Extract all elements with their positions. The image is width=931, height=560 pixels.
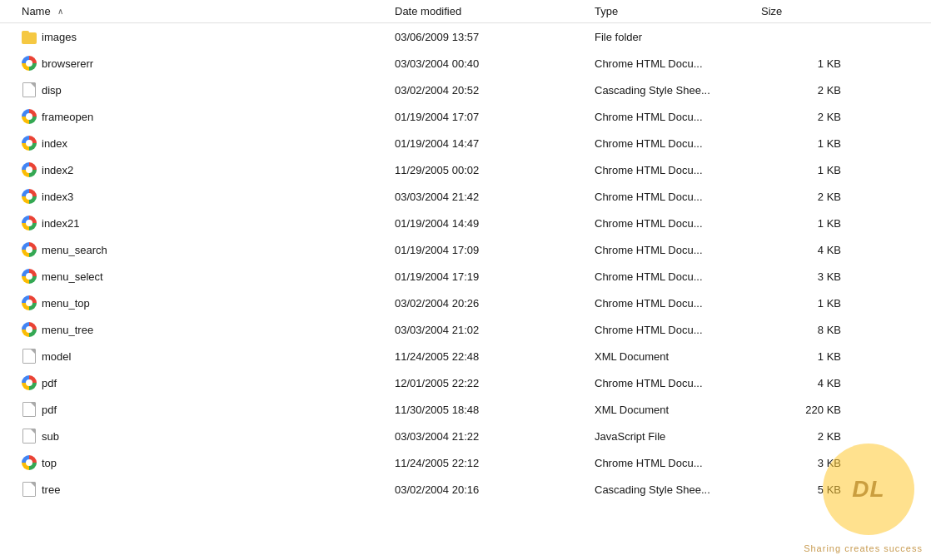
file-size-cell: 1 KB [758, 57, 858, 70]
col-name-header[interactable]: Name ∧ [0, 5, 391, 17]
file-type-cell: JavaScript File [591, 430, 758, 443]
chrome-icon [22, 455, 37, 470]
table-row[interactable]: frameopen 01/19/2004 17:07 Chrome HTML D… [0, 103, 931, 130]
file-type-cell: File folder [591, 31, 758, 43]
chrome-icon [22, 322, 37, 337]
file-name-cell: menu_tree [0, 322, 391, 337]
file-date-cell: 03/02/2004 20:52 [391, 84, 591, 97]
file-name-cell: disp [0, 82, 391, 97]
table-row[interactable]: menu_top 03/02/2004 20:26 Chrome HTML Do… [0, 290, 931, 316]
chrome-icon [22, 109, 37, 124]
file-name-cell: index2 [0, 162, 391, 177]
file-name: index [42, 137, 67, 150]
file-type-cell: Chrome HTML Docu... [591, 244, 758, 256]
file-name-cell: tree [0, 482, 391, 497]
file-date-cell: 03/03/2004 00:40 [391, 57, 591, 70]
file-name-cell: menu_top [0, 295, 391, 310]
file-size-cell: 1 KB [758, 350, 858, 363]
xml-icon [22, 349, 37, 364]
file-name: model [42, 350, 71, 363]
col-type-header[interactable]: Type [591, 5, 758, 17]
file-date-cell: 01/19/2004 17:09 [391, 244, 591, 256]
file-type-cell: Chrome HTML Docu... [591, 57, 758, 70]
file-date-cell: 03/02/2004 20:16 [391, 483, 591, 496]
col-size-label: Size [761, 5, 782, 17]
col-date-label: Date modified [395, 5, 461, 17]
table-row[interactable]: menu_select 01/19/2004 17:19 Chrome HTML… [0, 263, 931, 290]
file-size-cell: 2 KB [758, 430, 858, 443]
file-name: sub [42, 430, 59, 443]
file-date-cell: 12/01/2005 22:22 [391, 377, 591, 389]
file-name: images [42, 31, 77, 43]
table-row[interactable]: index3 03/03/2004 21:42 Chrome HTML Docu… [0, 183, 931, 210]
file-date-cell: 01/19/2004 14:49 [391, 217, 591, 230]
table-row[interactable]: index21 01/19/2004 14:49 Chrome HTML Doc… [0, 210, 931, 236]
file-type-cell: Chrome HTML Docu... [591, 377, 758, 389]
file-type-cell: Cascading Style Shee... [591, 84, 758, 97]
file-name-cell: index [0, 136, 391, 151]
col-size-header[interactable]: Size [758, 5, 858, 17]
file-type-cell: Chrome HTML Docu... [591, 217, 758, 230]
file-size-cell: 220 KB [758, 404, 858, 416]
file-date-cell: 01/19/2004 14:47 [391, 137, 591, 150]
chrome-icon [22, 375, 37, 390]
file-name: top [42, 457, 57, 469]
table-row[interactable]: index2 11/29/2005 00:02 Chrome HTML Docu… [0, 156, 931, 183]
file-name: pdf [42, 404, 57, 416]
file-name: browsererr [42, 57, 93, 70]
file-name-cell: pdf [0, 402, 391, 417]
file-date-cell: 11/24/2005 22:12 [391, 457, 591, 469]
css-icon [22, 82, 37, 97]
file-size-cell: 1 KB [758, 297, 858, 310]
file-name-cell: top [0, 455, 391, 470]
table-row[interactable]: index 01/19/2004 14:47 Chrome HTML Docu.… [0, 130, 931, 156]
file-type-cell: Chrome HTML Docu... [591, 137, 758, 150]
table-row[interactable]: sub 03/03/2004 21:22 JavaScript File 2 K… [0, 423, 931, 449]
file-name-cell: frameopen [0, 109, 391, 124]
file-size-cell: 8 KB [758, 324, 858, 336]
file-explorer: Name ∧ Date modified Type Size images 03… [0, 0, 931, 560]
file-date-cell: 03/03/2004 21:42 [391, 191, 591, 203]
col-type-label: Type [595, 5, 618, 17]
table-row[interactable]: pdf 11/30/2005 18:48 XML Document 220 KB [0, 396, 931, 423]
js-icon [22, 429, 37, 444]
file-size-cell: 4 KB [758, 377, 858, 389]
table-row[interactable]: images 03/06/2009 13:57 File folder [0, 23, 931, 50]
file-name-cell: index21 [0, 216, 391, 230]
xml-icon [22, 402, 37, 417]
table-row[interactable]: browsererr 03/03/2004 00:40 Chrome HTML … [0, 50, 931, 77]
file-name: pdf [42, 377, 57, 389]
file-name-cell: browsererr [0, 56, 391, 71]
column-header-row: Name ∧ Date modified Type Size [0, 0, 931, 23]
file-name: menu_select [42, 270, 103, 283]
file-date-cell: 03/06/2009 13:57 [391, 31, 591, 43]
table-row[interactable]: menu_tree 03/03/2004 21:02 Chrome HTML D… [0, 316, 931, 343]
table-row[interactable]: model 11/24/2005 22:48 XML Document 1 KB [0, 343, 931, 369]
file-name-cell: index3 [0, 189, 391, 204]
file-size-cell: 1 KB [758, 217, 858, 230]
table-row[interactable]: tree 03/02/2004 20:16 Cascading Style Sh… [0, 476, 931, 503]
table-row[interactable]: top 11/24/2005 22:12 Chrome HTML Docu...… [0, 449, 931, 476]
file-size-cell: 3 KB [758, 270, 858, 283]
file-date-cell: 11/24/2005 22:48 [391, 350, 591, 363]
file-type-cell: Chrome HTML Docu... [591, 111, 758, 123]
chrome-icon [22, 242, 37, 257]
folder-icon [22, 29, 37, 44]
table-row[interactable]: menu_search 01/19/2004 17:09 Chrome HTML… [0, 236, 931, 263]
file-date-cell: 03/03/2004 21:22 [391, 430, 591, 443]
table-row[interactable]: pdf 12/01/2005 22:22 Chrome HTML Docu...… [0, 369, 931, 396]
file-size-cell: 2 KB [758, 84, 858, 97]
file-type-cell: Chrome HTML Docu... [591, 270, 758, 283]
file-name-cell: menu_search [0, 242, 391, 257]
table-row[interactable]: disp 03/02/2004 20:52 Cascading Style Sh… [0, 77, 931, 103]
file-list: images 03/06/2009 13:57 File folder brow… [0, 23, 931, 560]
file-type-cell: Chrome HTML Docu... [591, 191, 758, 203]
file-name: frameopen [42, 111, 93, 123]
file-date-cell: 01/19/2004 17:07 [391, 111, 591, 123]
file-date-cell: 11/29/2005 00:02 [391, 164, 591, 176]
file-type-cell: XML Document [591, 350, 758, 363]
col-date-header[interactable]: Date modified [391, 5, 591, 17]
file-name: menu_tree [42, 324, 93, 336]
file-size-cell: 5 KB [758, 483, 858, 496]
chrome-icon [22, 216, 37, 230]
